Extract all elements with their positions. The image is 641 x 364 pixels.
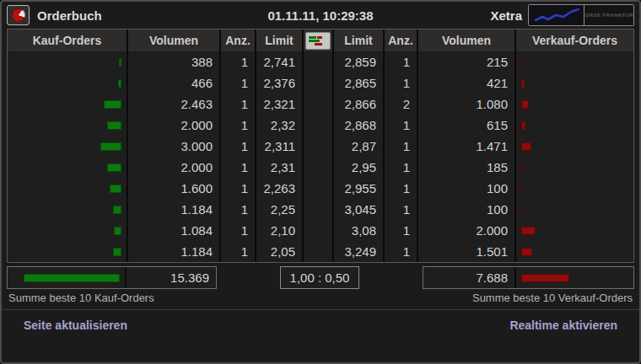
stock-chart-icon — [529, 5, 584, 25]
buy-volume-bar — [113, 248, 121, 256]
header-center-cell — [304, 29, 332, 51]
sell-volume: 100 — [418, 199, 514, 220]
sell-bar-cell — [516, 115, 633, 136]
sell-bar-cell — [516, 94, 633, 115]
buy-volume-bar — [119, 58, 121, 67]
sell-volume-bar — [521, 100, 529, 109]
sell-limit: 3,249 — [334, 241, 383, 262]
sell-bar-cell — [516, 178, 633, 199]
buy-limit: 2,10 — [256, 220, 302, 241]
sell-count: 1 — [385, 157, 417, 178]
order-row: 1.08412,103,0812.000 — [8, 220, 633, 241]
buy-volume-bar — [118, 79, 121, 88]
header-verkauf-orders: Verkauf-Orders — [516, 29, 633, 51]
sell-count: 1 — [385, 136, 417, 157]
mid-spacer-cell — [304, 220, 332, 241]
sell-limit: 2,955 — [334, 178, 383, 199]
order-row: 1.18412,053,24911.501 — [8, 241, 633, 262]
buy-bar-cell — [8, 241, 127, 262]
pie-clock-icon — [12, 8, 25, 22]
sell-volume-bar — [521, 227, 536, 235]
realtime-activate-link[interactable]: Realtime aktivieren — [509, 318, 617, 332]
sell-volume: 100 — [418, 178, 514, 199]
sell-bar-cell — [516, 241, 633, 262]
buy-total-value: 15.369 — [127, 267, 216, 288]
sell-total-bar — [521, 274, 569, 282]
buy-bar-cell — [8, 72, 127, 94]
sell-limit: 2,868 — [334, 115, 383, 136]
buy-volume: 1.184 — [128, 241, 219, 262]
buy-volume: 1.600 — [128, 178, 219, 199]
buy-bar-cell — [8, 115, 127, 136]
order-row: 2.00012,312,951185 — [8, 157, 633, 178]
sell-total-bar-cell — [514, 267, 633, 288]
app-logo-button[interactable] — [7, 5, 30, 25]
sell-count: 2 — [385, 94, 417, 115]
order-row: 1.18412,253,0451100 — [8, 199, 633, 220]
sell-volume: 215 — [418, 51, 514, 72]
buy-limit: 2,311 — [256, 136, 302, 157]
buy-summary-label: Summe beste 10 Kauf-Orders — [8, 292, 154, 304]
header-kauf-orders: Kauf-Orders — [8, 29, 127, 51]
summary-labels: Summe beste 10 Kauf-Orders Summe beste 1… — [8, 292, 633, 304]
buy-volume: 2.463 — [128, 94, 219, 115]
buy-limit: 2,376 — [256, 72, 302, 94]
sell-limit: 2,859 — [334, 51, 383, 72]
footer-links: Seite aktualisieren Realtime aktivieren — [2, 310, 639, 332]
buy-count: 1 — [221, 115, 255, 136]
buy-volume: 388 — [128, 51, 219, 72]
orderbook-table: Kauf-Orders Volumen Anz. Limit Limit Anz… — [7, 29, 634, 263]
page-title: Orderbuch — [37, 8, 102, 23]
table-header-row: Kauf-Orders Volumen Anz. Limit Limit Anz… — [8, 29, 633, 51]
mid-spacer-cell — [304, 115, 332, 136]
mid-spacer-cell — [304, 94, 332, 115]
sell-count: 1 — [385, 115, 417, 136]
boerse-frankfurt-logo: BÖRSE FRANKFURT — [584, 5, 633, 25]
brand-box: BÖRSE FRANKFURT — [528, 4, 634, 26]
buy-volume: 1.084 — [128, 220, 219, 241]
buy-bar-cell — [8, 199, 127, 220]
buy-volume: 2.000 — [128, 115, 219, 136]
buy-count: 1 — [221, 94, 255, 115]
sell-total-value: 7.688 — [423, 267, 514, 288]
sell-limit: 2,95 — [334, 157, 383, 178]
buy-bar-cell — [8, 157, 127, 178]
header-buy-volume: Volumen — [128, 29, 219, 51]
buy-volume: 1.184 — [128, 199, 219, 220]
order-row: 46612,3762,8651421 — [8, 72, 633, 94]
mid-spacer-cell — [304, 199, 332, 220]
sell-volume: 1.471 — [418, 136, 514, 157]
titlebar-right: Xetra BÖRSE FRANKFURT — [490, 4, 634, 26]
buy-volume-bar — [107, 163, 121, 172]
refresh-page-link[interactable]: Seite aktualisieren — [24, 318, 127, 332]
title-bar: Orderbuch 01.11.11, 10:29:38 Xetra BÖRSE… — [2, 2, 639, 27]
sell-limit: 3,045 — [334, 199, 383, 220]
buy-volume: 466 — [128, 72, 219, 94]
buy-count: 1 — [221, 199, 255, 220]
sell-bar-cell — [516, 72, 633, 94]
mid-spacer-cell — [304, 136, 332, 157]
mid-spacer-cell — [304, 51, 332, 72]
buy-total-bar-cell — [8, 267, 127, 288]
order-row: 3.00012,3112,8711.471 — [8, 136, 633, 157]
buy-count: 1 — [221, 178, 255, 199]
buy-summary-box: 15.369 — [7, 266, 217, 289]
buy-limit: 2,05 — [256, 241, 302, 262]
sell-volume-bar — [521, 58, 523, 67]
buy-bar-cell — [8, 178, 127, 199]
buy-limit: 2,25 — [256, 199, 302, 220]
buy-total-bar — [24, 274, 120, 282]
sell-volume: 1.501 — [418, 241, 514, 262]
buy-count: 1 — [221, 51, 255, 72]
buy-bar-cell — [8, 136, 127, 157]
order-rows: 38812,7412,859121546612,3762,86514212.46… — [8, 51, 633, 262]
sell-count: 1 — [385, 72, 417, 94]
buy-volume-bar — [107, 121, 121, 130]
sell-bar-cell — [516, 51, 633, 72]
depth-chart-button[interactable] — [305, 32, 331, 50]
sell-limit: 2,865 — [334, 72, 383, 94]
header-buy-limit: Limit — [256, 29, 302, 51]
order-row: 2.46312,3212,86621.080 — [8, 94, 633, 115]
buy-count: 1 — [221, 220, 255, 241]
sell-volume-bar — [521, 121, 525, 130]
